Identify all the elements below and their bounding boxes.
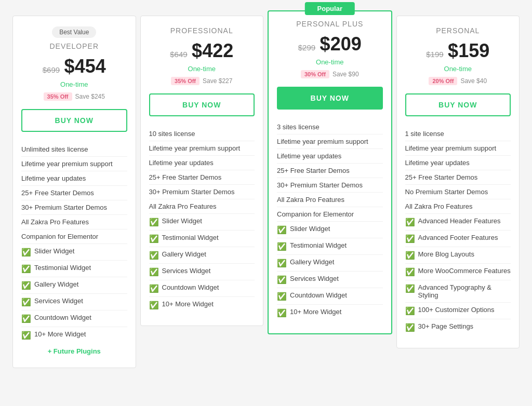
feature-text: Services Widget: [290, 275, 339, 282]
feature-text: All Zakra Pro Features: [21, 218, 89, 226]
feature-item: ✅More WooCommerce Features: [405, 264, 511, 280]
feature-item: ✅Slider Widget: [277, 222, 383, 238]
feature-item: ✅Slider Widget: [149, 214, 255, 231]
price-current: $209: [320, 33, 362, 55]
buy-button[interactable]: BUY NOW: [21, 109, 127, 132]
discount-badge: 35% Off: [171, 77, 200, 85]
feature-item: Lifetime year premium support: [21, 157, 127, 171]
feature-item: 30+ Premium Starter Demos: [277, 178, 383, 193]
price-type: One-time: [21, 80, 127, 88]
check-icon: ✅: [405, 284, 415, 293]
discount-row: 20% Off Save $40: [405, 77, 511, 85]
check-icon: ✅: [277, 225, 287, 235]
feature-item: ✅Testimonial Widget: [21, 261, 127, 277]
plan-name: PERSONAL: [405, 26, 511, 35]
buy-button[interactable]: BUY NOW: [149, 93, 255, 116]
plan-name: DEVELOPER: [21, 42, 127, 50]
price-current: $422: [192, 40, 233, 61]
feature-item: All Zakra Pro Features: [277, 193, 383, 207]
feature-text: 30+ Premium Starter Demos: [21, 204, 107, 211]
check-icon: ✅: [405, 323, 415, 332]
feature-item: 30+ Premium Starter Demos: [149, 185, 255, 199]
feature-text: 100+ Customizer Options: [418, 306, 495, 314]
check-icon: ✅: [405, 218, 415, 227]
feature-item: Lifetime year premium support: [149, 141, 255, 156]
price-block: $699 $454: [21, 56, 127, 77]
feature-item: ✅Advanced Footer Features: [405, 231, 511, 247]
check-icon: ✅: [277, 275, 287, 285]
feature-text: 3 sites license: [277, 123, 320, 131]
discount-row: 35% Off Save $245: [21, 92, 127, 101]
feature-item: 25+ Free Starter Demos: [149, 170, 255, 185]
feature-item: All Zakra Pro Features: [405, 199, 511, 214]
feature-text: 1 site license: [405, 130, 444, 138]
check-icon: ✅: [149, 251, 159, 260]
plan-card-personal-plus: Popular PERSONAL PLUS $299 $209 One-time…: [268, 10, 392, 334]
feature-item: Companion for Elementor: [277, 207, 383, 222]
feature-text: Lifetime year updates: [149, 159, 214, 167]
discount-badge: 30% Off: [301, 70, 329, 78]
feature-text: 10+ More Widget: [162, 300, 214, 308]
feature-item: ✅30+ Page Settings: [405, 319, 511, 335]
check-icon: ✅: [149, 301, 159, 310]
discount-badge: 35% Off: [44, 92, 72, 101]
feature-text: Gallery Widget: [162, 250, 206, 258]
feature-text: Lifetime year premium support: [21, 160, 113, 168]
feature-item: ✅Countdown Widget: [21, 310, 127, 327]
features-list: Unlimited sites licenseLifetime year pre…: [21, 142, 127, 343]
save-text: Save $90: [332, 71, 359, 78]
feature-text: Companion for Elementor: [277, 210, 354, 218]
feature-text: 30+ Premium Starter Demos: [277, 181, 363, 189]
feature-text: Advanced Footer Features: [418, 234, 498, 241]
buy-button[interactable]: BUY NOW: [405, 93, 511, 116]
feature-text: Slider Widget: [34, 247, 74, 255]
feature-item: ✅Gallery Widget: [21, 277, 127, 294]
check-icon: ✅: [21, 297, 31, 307]
price-block: $649 $422: [149, 40, 255, 62]
feature-item: ✅Gallery Widget: [149, 247, 255, 264]
price-original: $299: [298, 43, 315, 52]
feature-text: 25+ Free Starter Demos: [405, 173, 478, 181]
feature-item: Unlimited sites license: [21, 142, 127, 157]
price-original: $699: [43, 65, 60, 74]
feature-item: ✅10+ More Widget: [21, 327, 127, 343]
feature-item: ✅10+ More Widget: [277, 305, 383, 321]
feature-text: All Zakra Pro Features: [277, 196, 344, 204]
feature-item: ✅Countdown Widget: [277, 288, 383, 305]
features-list: 10 sites licenseLifetime year premium su…: [149, 127, 255, 313]
check-icon: ✅: [277, 308, 287, 318]
feature-item: 1 site license: [405, 127, 511, 141]
feature-item: ✅Slider Widget: [21, 244, 127, 261]
feature-text: No Premium Starter Demos: [405, 188, 488, 196]
discount-badge: 20% Off: [429, 77, 457, 85]
feature-item: Lifetime year premium support: [277, 134, 383, 149]
feature-text: Countdown Widget: [290, 291, 347, 299]
check-icon: ✅: [149, 284, 159, 293]
price-original: $199: [426, 50, 443, 59]
feature-item: Lifetime year updates: [405, 156, 511, 170]
check-icon: ✅: [21, 331, 31, 340]
plan-header: DEVELOPER $699 $454 One-time 35% Off Sav…: [21, 42, 127, 101]
check-icon: ✅: [149, 267, 159, 277]
price-original: $649: [170, 50, 187, 59]
price-current: $159: [448, 40, 489, 61]
feature-text: Lifetime year premium support: [149, 144, 241, 152]
feature-text: Companion for Elementor: [21, 233, 98, 240]
feature-item: ✅Services Widget: [21, 294, 127, 310]
feature-text: Testimonial Widget: [162, 234, 219, 241]
feature-text: Lifetime year premium support: [277, 138, 368, 145]
features-list: 1 site licenseLifetime year premium supp…: [405, 127, 511, 335]
popular-badge: Popular: [305, 2, 355, 15]
feature-item: All Zakra Pro Features: [149, 199, 255, 214]
plan-header: PROFESSIONAL $649 $422 One-time 35% Off …: [149, 26, 255, 85]
buy-button[interactable]: BUY NOW: [277, 87, 383, 110]
feature-item: Companion for Elementor: [21, 229, 127, 244]
check-icon: ✅: [21, 248, 31, 257]
price-block: $199 $159: [405, 40, 511, 62]
feature-text: 25+ Free Starter Demos: [277, 167, 350, 174]
plan-card-personal: PERSONAL $199 $159 One-time 20% Off Save…: [396, 16, 520, 348]
check-icon: ✅: [277, 242, 287, 251]
feature-text: All Zakra Pro Features: [149, 202, 217, 210]
feature-item: 25+ Free Starter Demos: [21, 186, 127, 200]
check-icon: ✅: [21, 314, 31, 323]
